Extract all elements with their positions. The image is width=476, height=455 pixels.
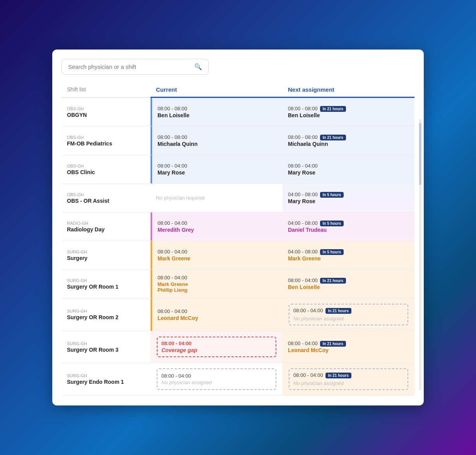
next-cell-surgeryendo[interactable]: 08:00 - 04:00 In 21 hours No physician a… (283, 363, 414, 395)
badge-in5: In 5 hours (320, 192, 344, 198)
next-cell-surgorroom1[interactable]: 08:00 - 04:00 In 21 hours Ben Loiselle (283, 270, 414, 298)
current-cell-obsassist: No physician required (151, 184, 283, 212)
badge-in21: In 21 hours (320, 278, 346, 284)
current-cell-obgyn[interactable]: 08:00 - 08:00 Ben Loiselle (151, 98, 283, 126)
badge-in21: In 21 hours (320, 341, 346, 347)
shift-table: Shift list Current Next assignment OBS-G… (62, 82, 414, 396)
row-label-obgyn: OBS-GH OBGYN (62, 98, 151, 126)
badge-in21: In 21 hours (325, 308, 351, 314)
row-label-surgeryorroom3: SURG-GH Surgery OR Room 3 (62, 331, 151, 363)
table-header: Shift list Current Next assignment (62, 82, 414, 98)
table-row: SURG-GH Surgery OR Room 3 08:00 - 04:00 … (62, 331, 414, 363)
col-current: Current (151, 82, 283, 98)
next-cell-radiology[interactable]: 04:00 - 08:00 In 5 hours Daniel Trudeau (283, 212, 414, 241)
current-cell-surgery[interactable]: 08:00 - 04:00 Mark Greene (151, 241, 283, 269)
badge-in21: In 21 hours (325, 373, 351, 378)
badge-in5: In 5 hours (320, 249, 344, 255)
next-cell-obsclinic[interactable]: 08:00 - 04:00 Mary Rose (283, 155, 414, 183)
next-cell-surgorroom3[interactable]: 08:00 - 04:00 In 21 hours Leonard McCoy (283, 331, 414, 363)
current-cell-surgorroom2[interactable]: 08:00 - 04:00 Leonard McCoy (151, 298, 283, 331)
badge-in5: In 5 hours (320, 221, 344, 226)
badge-in21: In 21 hours (320, 135, 346, 140)
table-row: SURG-GH Surgery 08:00 - 04:00 Mark Green… (62, 241, 414, 270)
row-label-obsclinic: OBS-GH OBS Clinic (62, 155, 151, 183)
row-label-surgeryendo: SURG-GH Surgery Endo Room 1 (62, 363, 151, 395)
badge-in21: In 21 hours (320, 106, 346, 112)
current-cell-obsclinic[interactable]: 08:00 - 04:00 Mary Rose (151, 155, 283, 183)
current-cell-surgorroom1[interactable]: 08:00 - 04:00 Mark Greene Phillip Lieng (151, 270, 283, 298)
table-row: SURG-GH Surgery Endo Room 1 08:00 - 04:0… (62, 363, 414, 396)
table-row: OBS-GH OBS - OR Assist No physician requ… (62, 184, 414, 212)
next-cell-surgorroom2[interactable]: 08:00 - 04:00 In 21 hours No physician a… (283, 298, 414, 331)
current-cell-surgeryendo[interactable]: 08:00 - 04:00 No physician assigned (151, 363, 283, 395)
next-cell-obsassist[interactable]: 04:00 - 08:00 In 5 hours Mary Rose (283, 184, 414, 212)
search-bar[interactable]: 🔍 (62, 59, 209, 75)
next-cell-fmob[interactable]: 08:00 - 08:00 In 21 hours Michaela Quinn (283, 127, 414, 155)
table-row: SURG-GH Surgery OR Room 2 08:00 - 04:00 … (62, 298, 414, 331)
next-cell-obgyn[interactable]: 08:00 - 08:00 In 21 hours Ben Loiselle (283, 98, 414, 126)
search-icon: 🔍 (194, 63, 202, 70)
scrollbar-thumb[interactable] (419, 123, 421, 185)
search-input[interactable] (68, 63, 191, 70)
col-shiftlist: Shift list (62, 82, 151, 97)
main-card: 🔍 Shift list Current Next assignment OBS… (52, 50, 424, 405)
row-label-surgery: SURG-GH Surgery (62, 241, 151, 269)
table-row: OBS-GH OBGYN 08:00 - 08:00 Ben Loiselle … (62, 98, 414, 127)
table-row: RADIO-GH Radiology Day 08:00 - 04:00 Mer… (62, 212, 414, 241)
row-label-surgeryorroom2: SURG-GH Surgery OR Room 2 (62, 298, 151, 331)
row-label-fmob: OBS-GH FM-OB Pediatrics (62, 127, 151, 155)
col-next: Next assignment (283, 82, 414, 98)
row-label-radiology: RADIO-GH Radiology Day (62, 212, 151, 241)
scrollbar-track[interactable] (419, 119, 421, 390)
row-label-surgeryorroom1: SURG-GH Surgery OR Room 1 (62, 270, 151, 298)
table-row: SURG-GH Surgery OR Room 1 08:00 - 04:00 … (62, 270, 414, 298)
current-cell-fmob[interactable]: 08:00 - 08:00 Michaela Quinn (151, 127, 283, 155)
table-row: OBS-GH OBS Clinic 08:00 - 04:00 Mary Ros… (62, 155, 414, 184)
current-cell-surgorroom3[interactable]: 08:00 - 04:00 Coverage gap (151, 331, 283, 363)
next-cell-surgery[interactable]: 04:00 - 08:00 In 5 hours Mark Greene (283, 241, 414, 269)
table-row: OBS-GH FM-OB Pediatrics 08:00 - 08:00 Mi… (62, 127, 414, 155)
row-label-obsassist: OBS-GH OBS - OR Assist (62, 184, 151, 212)
current-cell-radiology[interactable]: 08:00 - 04:00 Meredith Grey (151, 212, 283, 241)
